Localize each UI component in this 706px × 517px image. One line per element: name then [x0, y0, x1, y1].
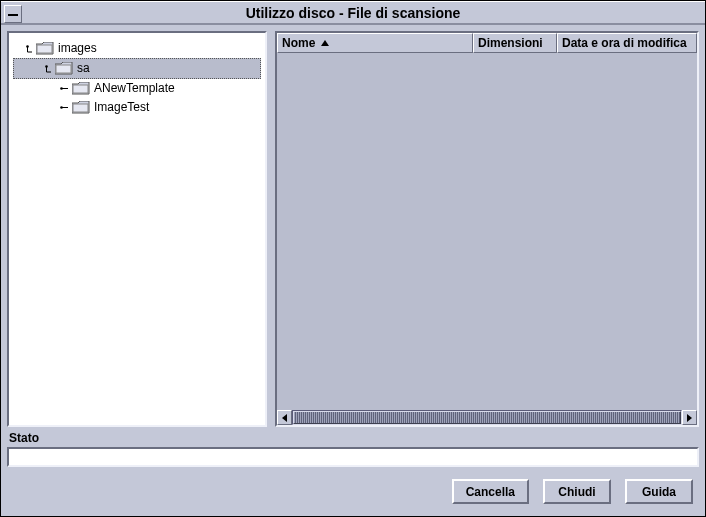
sort-ascending-icon — [321, 40, 329, 46]
tree-toggle-icon[interactable] — [59, 84, 68, 93]
titlebar: Utilizzo disco - File di scansione — [1, 1, 705, 25]
chevron-left-icon — [282, 414, 287, 422]
window-menu-button[interactable] — [4, 5, 22, 23]
table-body[interactable] — [277, 53, 697, 410]
tree-toggle-icon[interactable] — [23, 44, 32, 53]
scroll-left-button[interactable] — [277, 410, 292, 425]
status-field — [7, 447, 699, 467]
column-header-label: Data e ora di modifica — [562, 36, 687, 50]
folder-tree: images — [9, 33, 265, 123]
folder-icon — [72, 82, 90, 95]
svg-rect-10 — [73, 85, 88, 93]
window-root: Utilizzo disco - File di scansione — [0, 0, 706, 517]
scrollbar-thumb[interactable] — [293, 411, 681, 424]
help-button[interactable]: Guida — [625, 479, 693, 504]
table-pane: Nome Dimensioni Data e ora di modifica — [275, 31, 699, 427]
tree-item-label: ANewTemplate — [94, 79, 175, 98]
tree-item-label: sa — [77, 59, 90, 78]
button-row: Cancella Chiudi Guida — [7, 471, 699, 510]
window-title: Utilizzo disco - File di scansione — [246, 5, 461, 21]
svg-rect-13 — [73, 104, 88, 112]
client-area: images — [1, 25, 705, 516]
tree-item-sa[interactable]: sa — [13, 58, 261, 79]
folder-icon — [72, 101, 90, 114]
scroll-right-button[interactable] — [682, 410, 697, 425]
tree-toggle-icon[interactable] — [42, 64, 51, 73]
svg-rect-7 — [56, 65, 71, 73]
tree-toggle-icon[interactable] — [59, 103, 68, 112]
cancel-button[interactable]: Cancella — [452, 479, 529, 504]
column-header-label: Nome — [282, 36, 315, 50]
folder-icon — [55, 62, 73, 75]
split-panes: images — [7, 31, 699, 427]
column-header-modified[interactable]: Data e ora di modifica — [557, 33, 697, 53]
tree-item-label: ImageTest — [94, 98, 149, 117]
column-header-name[interactable]: Nome — [277, 33, 473, 53]
folder-icon — [36, 42, 54, 55]
tree-item-anewtemplate[interactable]: ANewTemplate — [13, 79, 261, 98]
column-header-label: Dimensioni — [478, 36, 543, 50]
tree-item-imagetest[interactable]: ImageTest — [13, 98, 261, 117]
column-header-dimensions[interactable]: Dimensioni — [473, 33, 557, 53]
tree-item-label: images — [58, 39, 97, 58]
status-label: Stato — [7, 431, 699, 445]
status-section: Stato — [7, 431, 699, 467]
chevron-right-icon — [687, 414, 692, 422]
svg-rect-3 — [37, 45, 52, 53]
scrollbar-track[interactable] — [292, 410, 682, 425]
close-button[interactable]: Chiudi — [543, 479, 611, 504]
tree-pane[interactable]: images — [7, 31, 267, 427]
tree-item-images[interactable]: images — [13, 39, 261, 58]
table-header: Nome Dimensioni Data e ora di modifica — [277, 33, 697, 53]
horizontal-scrollbar[interactable] — [277, 410, 697, 425]
